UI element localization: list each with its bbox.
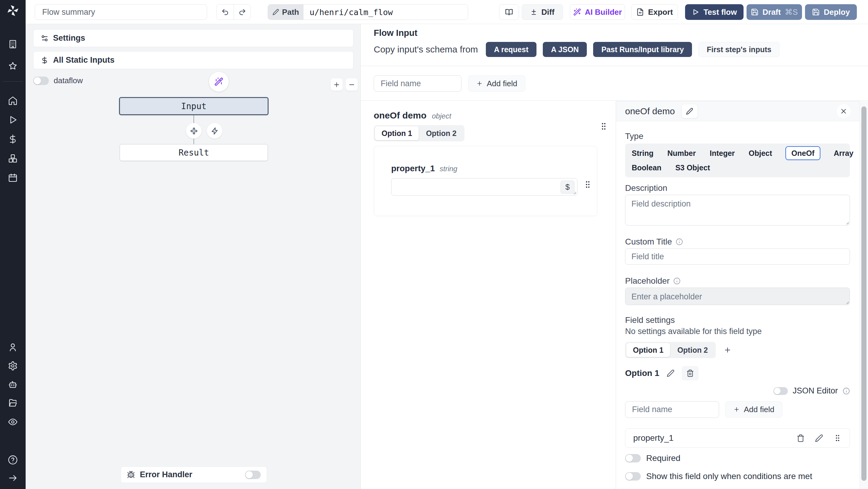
save-draft-button[interactable]: Draft ⌘S	[747, 4, 802, 20]
type-boolean-button[interactable]: Boolean	[631, 161, 662, 175]
tab-option-1[interactable]: Option 1	[375, 126, 418, 140]
pencil-icon	[273, 9, 279, 16]
rename-option-button[interactable]	[667, 369, 675, 377]
result-node[interactable]: Result	[120, 144, 268, 161]
sidebar-item-workers[interactable]	[0, 378, 26, 391]
edit-field-name-button[interactable]	[681, 104, 698, 119]
flow-graph-panel: Settings All Static Inputs dataflow Inpu…	[26, 24, 361, 489]
json-editor-toggle[interactable]	[773, 387, 788, 395]
delete-property-button[interactable]	[797, 434, 805, 442]
type-array-button[interactable]: Array	[833, 146, 854, 160]
resize-handle-icon[interactable]	[844, 220, 849, 225]
type-oneof-button[interactable]: OneOf	[785, 146, 820, 160]
close-drawer-button[interactable]	[837, 104, 850, 118]
save-icon	[812, 8, 820, 16]
type-object-button[interactable]: Object	[748, 146, 773, 160]
tab-option-1[interactable]: Option 1	[626, 343, 670, 357]
zoom-out-button[interactable]	[346, 79, 358, 91]
sidebar-item-help[interactable]	[0, 453, 26, 466]
no-settings-text: No settings available for this field typ…	[625, 327, 762, 336]
type-integer-button[interactable]: Integer	[709, 146, 735, 160]
copy-from-first-step-button[interactable]: First step's inputs	[698, 42, 780, 57]
export-button[interactable]: Export	[631, 4, 678, 20]
conditional-toggle[interactable]	[625, 472, 641, 481]
sidebar-expand-button[interactable]	[0, 471, 26, 485]
redo-button[interactable]	[234, 4, 250, 20]
custom-title-input[interactable]	[625, 248, 850, 265]
sidebar-item-favorites[interactable]	[0, 59, 26, 73]
drawer-scrollbar[interactable]	[860, 101, 868, 489]
test-flow-button[interactable]: Test flow	[685, 4, 744, 20]
all-static-inputs-button[interactable]: All Static Inputs	[33, 51, 353, 69]
edit-path-button[interactable]: Path	[268, 4, 304, 20]
scrollbar-thumb[interactable]	[861, 106, 867, 481]
sidebar-item-workspace[interactable]	[0, 37, 26, 51]
sidebar-item-variables[interactable]	[0, 132, 26, 146]
type-s3-object-button[interactable]: S3 Object	[675, 161, 711, 175]
error-handler-toggle[interactable]	[245, 470, 261, 479]
flow-settings-button[interactable]: Settings	[33, 29, 353, 47]
sidebar-item-runs[interactable]	[0, 113, 26, 126]
tab-option-2[interactable]: Option 2	[419, 126, 463, 140]
placeholder-text: Placeholder	[625, 276, 670, 286]
type-number-button[interactable]: Number	[667, 146, 696, 160]
description-textarea[interactable]	[625, 195, 850, 225]
drag-handle-icon[interactable]	[833, 434, 842, 442]
bot-icon	[8, 379, 18, 390]
home-icon	[8, 96, 18, 106]
required-toggle[interactable]	[625, 454, 641, 462]
add-option-button[interactable]	[724, 346, 732, 354]
resize-handle-icon[interactable]	[844, 300, 849, 305]
type-string-button[interactable]: String	[631, 146, 654, 160]
add-step-button[interactable]	[186, 123, 202, 139]
edit-property-button[interactable]	[815, 434, 823, 442]
dataflow-toggle[interactable]	[33, 77, 49, 85]
sidebar-item-users[interactable]	[0, 340, 26, 354]
add-field-row: Add field	[374, 75, 525, 92]
property-value-input[interactable]: $	[391, 178, 578, 196]
tab-option-2[interactable]: Option 2	[671, 343, 714, 357]
sidebar-item-schedules[interactable]	[0, 171, 26, 184]
deploy-button[interactable]: Deploy	[805, 4, 857, 20]
schema-editor: oneOf demo object Option 1 Option 2 prop…	[374, 110, 616, 216]
copy-from-request-button[interactable]: A request	[486, 42, 536, 57]
option-tabs-group: Option 1 Option 2	[625, 342, 716, 358]
undo-button[interactable]	[217, 4, 234, 20]
drawer-option-tabs: Option 1 Option 2	[625, 342, 732, 358]
pencil-icon	[667, 369, 675, 377]
pencil-icon	[686, 108, 693, 115]
conditional-label: Show this field only when conditions are…	[646, 471, 812, 481]
diff-button[interactable]: Diff	[522, 4, 563, 20]
input-node[interactable]: Input	[119, 97, 269, 115]
sidebar-item-resources[interactable]	[0, 152, 26, 165]
docs-button[interactable]	[499, 4, 519, 20]
zoom-in-button[interactable]	[331, 79, 343, 91]
placeholder-textarea[interactable]	[625, 287, 850, 305]
trigger-button[interactable]	[207, 123, 222, 139]
copy-from-past-runs-button[interactable]: Past Runs/Input library	[593, 42, 692, 57]
field-name-input[interactable]	[374, 75, 461, 92]
delete-option-button[interactable]	[682, 366, 699, 380]
windmill-logo-icon[interactable]	[6, 4, 20, 18]
sidebar-item-settings[interactable]	[0, 359, 26, 372]
drawer-add-field-button[interactable]: Add field	[725, 401, 782, 418]
add-field-button[interactable]: Add field	[468, 75, 525, 92]
sidebar-item-audit-logs[interactable]	[0, 415, 26, 428]
ai-flow-wand-button[interactable]	[209, 72, 229, 92]
drag-handle-icon[interactable]	[583, 180, 592, 189]
property-name: property_1	[391, 164, 435, 173]
resize-handle-icon[interactable]	[572, 190, 577, 195]
sidebar-item-folders[interactable]	[0, 396, 26, 410]
path-input[interactable]	[304, 4, 468, 20]
sidebar-item-home[interactable]	[0, 94, 26, 107]
info-icon	[673, 277, 681, 284]
eye-icon	[8, 417, 18, 427]
ai-builder-button[interactable]: AI Builder	[570, 4, 625, 20]
drawer-add-field-row: Add field	[625, 401, 782, 418]
drag-handle-icon[interactable]	[599, 122, 608, 131]
drawer-field-name-input[interactable]	[625, 401, 719, 418]
flow-summary-input[interactable]	[35, 4, 207, 20]
add-field-label: Add field	[487, 79, 517, 88]
copy-from-json-button[interactable]: A JSON	[543, 42, 587, 57]
option-heading-row: Option 1	[625, 366, 699, 380]
